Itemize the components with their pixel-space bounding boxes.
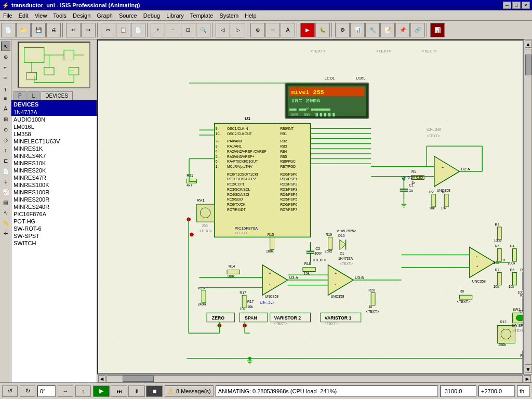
device-item[interactable]: LM358 xyxy=(11,130,97,138)
flip-horizontal[interactable]: ↔ xyxy=(58,385,73,397)
device-item[interactable]: MINRES10K xyxy=(11,159,97,167)
menu-graph[interactable]: Graph xyxy=(94,10,116,20)
toolbar-prop1[interactable]: ⚙ xyxy=(335,23,350,37)
device-item[interactable]: PIC16F876A xyxy=(11,210,97,218)
menu-library[interactable]: Library xyxy=(163,10,187,20)
device-item[interactable]: MINRES100K xyxy=(11,181,97,189)
toolbar-forward[interactable]: ▷ xyxy=(231,23,245,37)
tool-tape[interactable]: ▤ xyxy=(1,197,10,207)
toolbar-new[interactable]: 📄 xyxy=(1,23,16,37)
sim-pause[interactable]: ⏸ xyxy=(128,385,145,397)
tool-select[interactable]: ↖ xyxy=(1,42,10,51)
tool-terminal[interactable]: ◇ xyxy=(1,135,10,144)
toolbar-cut[interactable]: ✂ xyxy=(101,23,115,37)
tool-probe[interactable]: ⊙ xyxy=(1,125,10,134)
tool-measure[interactable]: 📏 xyxy=(1,218,10,228)
tab-l[interactable]: L xyxy=(28,91,40,100)
toolbar-open[interactable]: 📁 xyxy=(16,23,31,37)
menu-design[interactable]: Design xyxy=(70,10,94,20)
toolbar-zoom-out[interactable]: − xyxy=(166,23,180,37)
toolbar-wire[interactable]: ─ xyxy=(265,23,280,37)
device-item[interactable]: 1N4733A xyxy=(11,109,97,116)
tool-gen[interactable]: ∿ xyxy=(1,208,10,217)
menu-view[interactable]: View xyxy=(32,10,50,20)
sim-play[interactable]: ▶ xyxy=(93,385,110,397)
menu-debug[interactable]: Debug xyxy=(140,10,163,20)
toolbar-prop2[interactable]: 📊 xyxy=(350,23,365,37)
menu-edit[interactable]: Edit xyxy=(16,10,32,20)
device-item[interactable]: SW-ROT-6 xyxy=(11,225,97,232)
device-item[interactable]: MINRES100R xyxy=(11,189,97,196)
device-item[interactable]: LM016L xyxy=(11,123,97,130)
tool-component[interactable]: ⊕ xyxy=(1,52,10,61)
tool-port[interactable]: ⊏ xyxy=(1,156,10,165)
menu-tools[interactable]: Tools xyxy=(50,10,70,20)
statusbar: ↺ ↻ 0° ↔ ↕ ▶ ⏭ ⏸ ⏹ ⚠ 8 Message(s) ANIMAT… xyxy=(0,382,532,399)
tool-wire[interactable]: ⌐ xyxy=(1,62,10,72)
toolbar-prop3[interactable]: 🔧 xyxy=(365,23,380,37)
tool-bus2[interactable]: ⊞ xyxy=(1,114,10,124)
menu-template[interactable]: Template xyxy=(187,10,217,20)
schematic-scrollbar-horizontal[interactable]: ◄ ► xyxy=(97,374,532,382)
toolbar-save[interactable]: 💾 xyxy=(31,23,46,37)
schematic-scrollbar-vertical[interactable]: ▲ ▼ xyxy=(524,39,532,374)
menu-help[interactable]: Help xyxy=(242,10,260,20)
svg-rect-105 xyxy=(432,194,436,207)
menu-system[interactable]: System xyxy=(216,10,242,20)
svg-text:R4: R4 xyxy=(510,244,515,248)
maximize-button[interactable]: □ xyxy=(512,2,521,9)
toolbar-zoom-fit[interactable]: ⊡ xyxy=(181,23,195,37)
toolbar-paste[interactable]: 📄 xyxy=(131,23,145,37)
toolbar-component[interactable]: ⊕ xyxy=(250,23,265,37)
status-undo[interactable]: ↺ xyxy=(2,385,18,397)
device-item[interactable]: MINRES20K xyxy=(11,167,97,174)
close-button[interactable]: × xyxy=(522,2,530,9)
sim-stop[interactable]: ⏹ xyxy=(146,385,163,397)
toolbar-copy[interactable]: 📋 xyxy=(116,23,130,37)
tool-sub-wire[interactable]: ┐ xyxy=(1,83,10,92)
menu-source[interactable]: Source xyxy=(116,10,140,20)
tool-bus[interactable]: ═ xyxy=(1,73,10,82)
angle-field[interactable]: 0° xyxy=(37,385,56,397)
svg-text:U2<=240: U2<=240 xyxy=(427,128,441,131)
tab-devices[interactable]: DEVICES xyxy=(41,91,73,100)
tab-p[interactable]: P xyxy=(14,91,26,100)
device-item[interactable]: MINRES4K7 xyxy=(11,152,97,159)
tool-sheet[interactable]: 📄 xyxy=(1,166,10,176)
toolbar-redo[interactable]: ↪ xyxy=(81,23,96,37)
toolbar-zoom-in[interactable]: + xyxy=(151,23,165,37)
menu-file[interactable]: File xyxy=(0,10,16,20)
status-redo[interactable]: ↻ xyxy=(20,385,35,397)
schematic-area[interactable]: <TEXT> <TEXT> <TEXT> LCD1 U16L nivel 255 xyxy=(97,39,524,374)
device-item[interactable]: AUDIO100N xyxy=(11,116,97,123)
tool-power[interactable]: ⏚ xyxy=(1,177,10,186)
device-item[interactable]: SW-SPST xyxy=(11,232,97,240)
device-item[interactable]: MINRES200R xyxy=(11,196,97,203)
tool-label[interactable]: ≡ xyxy=(1,94,10,103)
toolbar-prop6[interactable]: 🔗 xyxy=(410,23,425,37)
tool-text[interactable]: A xyxy=(1,104,10,113)
toolbar-back[interactable]: ◁ xyxy=(216,23,230,37)
toolbar-prop5[interactable]: 📌 xyxy=(395,23,410,37)
toolbar-print[interactable]: 🖨 xyxy=(46,23,61,37)
device-item[interactable]: MINRES1K xyxy=(11,145,97,152)
toolbar-simulate[interactable]: ▶ xyxy=(300,23,315,37)
tool-origin[interactable]: ✛ xyxy=(1,229,10,238)
toolbar-zoom-area[interactable]: 🔍 xyxy=(196,23,210,37)
toolbar-extra1[interactable]: 📊 xyxy=(430,23,445,37)
device-item[interactable]: MINRES47R xyxy=(11,174,97,181)
toolbar-debug[interactable]: 🐛 xyxy=(315,23,330,37)
device-item[interactable]: POT-HG xyxy=(11,218,97,225)
toolbar-annotation[interactable]: A xyxy=(281,23,295,37)
device-item[interactable]: MINELECT1U63V xyxy=(11,138,97,145)
device-item[interactable]: MINRES240R xyxy=(11,203,97,210)
toolbar-undo[interactable]: ↩ xyxy=(66,23,81,37)
tool-device-pin[interactable]: ↕ xyxy=(1,145,10,155)
minimize-button[interactable]: ─ xyxy=(503,2,511,9)
coord-unit: th xyxy=(517,385,530,397)
flip-vertical[interactable]: ↕ xyxy=(75,385,91,397)
tool-graph[interactable]: 📈 xyxy=(1,187,10,196)
sim-step[interactable]: ⏭ xyxy=(111,385,127,397)
toolbar-prop4[interactable]: 📝 xyxy=(380,23,395,37)
device-item[interactable]: SWITCH xyxy=(11,240,97,247)
